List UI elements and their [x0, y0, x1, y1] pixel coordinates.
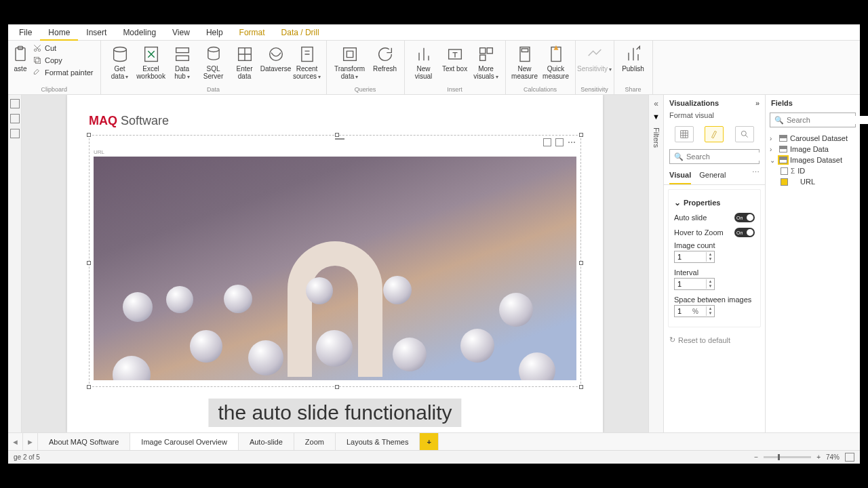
- refresh-button[interactable]: Refresh: [370, 42, 400, 73]
- zoom-slider[interactable]: [764, 456, 811, 458]
- reset-icon: ↻: [669, 336, 675, 344]
- properties-section-header[interactable]: Properties: [674, 195, 755, 210]
- menu-home[interactable]: Home: [40, 24, 78, 41]
- image-count-label: Image count: [674, 241, 755, 251]
- add-sheet-button[interactable]: +: [420, 433, 438, 450]
- more-options-icon[interactable]: ⋯: [568, 138, 576, 147]
- transform-data-button[interactable]: Transform data: [331, 42, 369, 81]
- recent-sources-button[interactable]: Recent sources: [292, 42, 322, 81]
- auto-slide-label: Auto slide: [674, 214, 707, 222]
- svg-rect-14: [343, 48, 356, 61]
- svg-rect-18: [479, 55, 485, 60]
- general-tab[interactable]: General: [699, 168, 726, 184]
- format-painter-button[interactable]: Format painter: [30, 66, 96, 79]
- reset-to-default-button[interactable]: ↻ Reset to default: [664, 331, 765, 348]
- copy-button[interactable]: Copy: [30, 54, 96, 66]
- recent-icon: [298, 45, 317, 64]
- group-sens-label: Sensitivity: [580, 86, 610, 94]
- sheet-layouts[interactable]: Layouts & Themes: [336, 433, 420, 450]
- image-count-input[interactable]: ▲▼: [674, 251, 715, 263]
- table-image-data[interactable]: ›Image Data: [768, 144, 857, 155]
- get-data-button[interactable]: Get data: [105, 42, 135, 81]
- new-measure-button[interactable]: New measure: [510, 42, 540, 80]
- menu-data-drill[interactable]: Data / Drill: [273, 24, 328, 41]
- interval-input[interactable]: ▲▼: [674, 278, 715, 290]
- menu-insert[interactable]: Insert: [78, 24, 115, 41]
- fields-title: Fields: [771, 99, 793, 107]
- field-url[interactable]: URL: [768, 176, 857, 187]
- hover-zoom-toggle[interactable]: On: [734, 228, 755, 237]
- report-canvas[interactable]: MAQ Software ⋯ URL: [22, 95, 648, 432]
- data-hub-button[interactable]: Data hub: [167, 42, 197, 81]
- new-visual-button[interactable]: New visual: [409, 42, 439, 80]
- menu-modeling[interactable]: Modeling: [115, 24, 164, 41]
- group-data-label: Data: [105, 86, 322, 94]
- format-visual-tab[interactable]: [705, 126, 724, 142]
- analytics-tab[interactable]: [735, 126, 754, 142]
- sigma-icon: Σ: [791, 167, 795, 175]
- menu-help[interactable]: Help: [198, 24, 231, 41]
- sensitivity-button: Sensitivity: [580, 42, 610, 73]
- more-tabs-icon[interactable]: ⋯: [752, 168, 760, 184]
- zoom-level: 74%: [826, 453, 840, 461]
- sheet-nav-next[interactable]: ►: [23, 433, 38, 450]
- table-images-dataset[interactable]: ⌄Images Dataset: [768, 155, 857, 165]
- fields-search[interactable]: 🔍: [770, 113, 856, 127]
- image-carousel-visual[interactable]: ⋯ URL: [89, 135, 581, 387]
- fields-search-input[interactable]: [787, 116, 868, 124]
- video-caption: the auto slide functionality: [208, 399, 461, 427]
- viz-search[interactable]: 🔍: [669, 149, 760, 164]
- quick-measure-button[interactable]: Quick measure: [541, 42, 571, 80]
- sheet-zoom[interactable]: Zoom: [294, 433, 336, 450]
- svg-rect-16: [479, 48, 485, 54]
- zoom-out-button[interactable]: −: [754, 453, 758, 461]
- dataverse-button[interactable]: Dataverse: [261, 42, 291, 73]
- filter-icon[interactable]: [543, 138, 551, 146]
- collapse-pane-icon[interactable]: »: [755, 99, 760, 107]
- text-box-button[interactable]: Text box: [440, 42, 470, 73]
- checkbox-unchecked-icon[interactable]: [781, 167, 788, 175]
- cut-button[interactable]: Cut: [30, 42, 96, 54]
- data-view-icon[interactable]: [10, 114, 20, 123]
- more-visuals-icon: [477, 45, 496, 64]
- checkbox-checked-icon[interactable]: [781, 178, 788, 186]
- view-rail: [8, 95, 22, 432]
- build-visual-tab[interactable]: [675, 126, 694, 142]
- filters-pane-collapsed[interactable]: « ▼ Filters: [648, 95, 663, 432]
- zoom-in-button[interactable]: +: [816, 453, 821, 461]
- paste-button[interactable]: aste: [12, 42, 28, 73]
- menu-file[interactable]: File: [11, 24, 40, 41]
- menu-bar: File Home Insert Modeling View Help Form…: [8, 24, 860, 41]
- transform-icon: [340, 45, 359, 64]
- sheet-nav-prev[interactable]: ◄: [8, 433, 23, 450]
- fit-to-page-button[interactable]: [845, 453, 854, 462]
- menu-format[interactable]: Format: [231, 24, 273, 41]
- datahub-icon: [173, 45, 192, 64]
- chart-icon: [414, 45, 433, 64]
- publish-button[interactable]: Publish: [618, 42, 648, 73]
- sheet-overview[interactable]: Image Carousel Overview: [130, 433, 239, 450]
- table-carousel-dataset[interactable]: ›Carousel Dataset: [768, 133, 857, 144]
- viz-pane-title: Visualizations: [669, 99, 719, 107]
- svg-point-12: [269, 48, 282, 61]
- space-input[interactable]: %▲▼: [674, 305, 715, 317]
- excel-workbook-button[interactable]: Excel workbook: [136, 42, 166, 80]
- expand-filters-icon[interactable]: «: [654, 99, 658, 108]
- enter-data-button[interactable]: Enter data: [230, 42, 260, 80]
- sheet-tabs: ◄ ► About MAQ Software Image Carousel Ov…: [8, 432, 860, 450]
- visual-field-label: URL: [90, 149, 580, 155]
- sheet-about[interactable]: About MAQ Software: [38, 433, 130, 450]
- report-view-icon[interactable]: [10, 99, 20, 108]
- visual-tab[interactable]: Visual: [669, 168, 691, 184]
- focus-mode-icon[interactable]: [555, 138, 564, 146]
- auto-slide-toggle[interactable]: On: [734, 213, 755, 222]
- drag-handle-icon[interactable]: [335, 138, 344, 140]
- model-view-icon[interactable]: [10, 129, 20, 138]
- svg-rect-17: [487, 48, 492, 54]
- field-id[interactable]: ΣID: [768, 165, 857, 176]
- sheet-auto-slide[interactable]: Auto-slide: [239, 433, 294, 450]
- table-icon: [779, 146, 787, 152]
- menu-view[interactable]: View: [164, 24, 198, 41]
- sql-server-button[interactable]: SQL Server: [199, 42, 229, 80]
- more-visuals-button[interactable]: More visuals: [471, 42, 501, 81]
